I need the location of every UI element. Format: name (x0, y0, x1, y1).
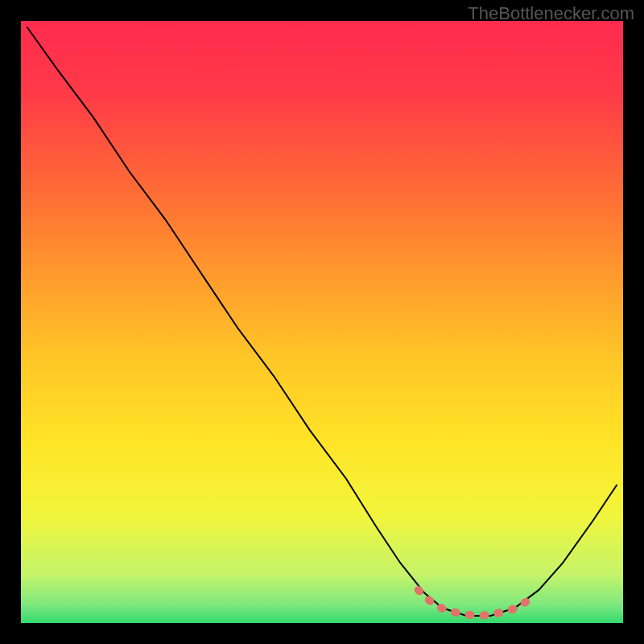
chart-canvas (21, 21, 623, 623)
chart-frame (21, 21, 623, 623)
chart-background (21, 21, 623, 623)
watermark-label: TheBottlenecker.com (468, 3, 634, 24)
